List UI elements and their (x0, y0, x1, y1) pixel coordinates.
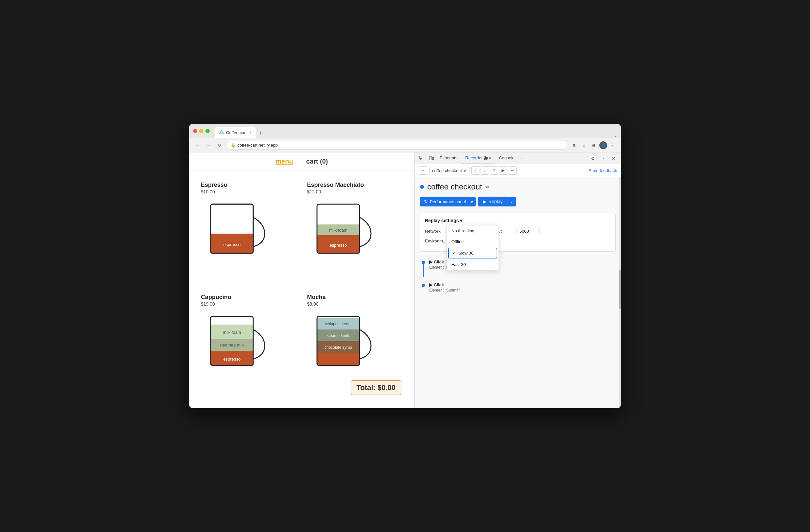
svg-marker-0 (220, 131, 224, 134)
svg-rect-30 (420, 156, 422, 158)
timeout-input[interactable] (517, 227, 539, 235)
select-dropdown-icon: ∨ (463, 168, 467, 173)
devtools-close-icon[interactable]: ✕ (609, 154, 618, 163)
chrome-menu-icon[interactable]: ⋮ (609, 141, 617, 149)
bookmark-icon[interactable]: ☆ (580, 141, 588, 149)
profile-icon[interactable]: 👤 (599, 141, 607, 149)
espresso-name: Espresso (201, 181, 297, 189)
replay-settings-section: Replay settings ▾ Network Slow 3G ▲ Time… (420, 213, 616, 252)
devtools-tabs: Elements Recorder 🎥 × Console » ⚙ ⋮ ✕ (415, 152, 621, 164)
replay-button-main[interactable]: ▶ Replay (478, 197, 507, 207)
mocha-item[interactable]: Mocha $8.00 chocolate syrup steamed milk (302, 290, 408, 402)
minimize-traffic-light[interactable] (199, 129, 204, 133)
traffic-lights (193, 129, 210, 133)
play-button[interactable]: ▶ (499, 166, 507, 175)
replay-button[interactable]: ↩ (508, 166, 517, 175)
back-button[interactable]: ← (193, 141, 201, 149)
recorder-content-wrapper: coffee checkout ✏ ↻ Performance panel ∨ (415, 177, 621, 408)
performance-panel-button[interactable]: ↻ Performance panel (420, 197, 470, 207)
url-bar[interactable]: 🔒 coffee-cart.netlify.app (226, 141, 567, 149)
svg-text:steamed milk: steamed milk (220, 342, 245, 348)
step-arrow-icon-1: ▶ (429, 259, 433, 264)
devtools-scroll-thumb[interactable] (619, 270, 621, 309)
replay-dropdown-button[interactable]: ∨ (507, 197, 516, 207)
step-click-submit: ▶ Click Element "Submit" ⋮ (420, 280, 616, 295)
menu-nav-item[interactable]: menu (275, 158, 293, 165)
cappucino-item[interactable]: Cappucino $19.00 espresso steamed milk (196, 290, 302, 402)
step-kebab-1[interactable]: ⋮ (611, 259, 616, 266)
espresso-item[interactable]: Espresso $10.00 espresso espresso (196, 178, 302, 290)
recorder-badge-icon: 🎥 (484, 156, 488, 160)
delete-button[interactable]: 🗑 (490, 166, 498, 175)
tabs-bar: Coffee cart × + ∨ (215, 124, 617, 138)
espresso-cup: espresso espresso (201, 198, 266, 263)
recording-title-row: coffee checkout ✏ (420, 182, 616, 191)
performance-panel-dropdown[interactable]: ∨ (468, 197, 476, 207)
step-arrow-icon-2: ▶ (429, 283, 433, 287)
browser-window: Coffee cart × + ∨ ← → ↻ 🔒 coffee-cart.ne… (189, 124, 621, 408)
close-traffic-light[interactable] (193, 129, 197, 133)
tab-menu-button[interactable]: ∨ (614, 133, 617, 138)
mocha-price: $8.00 (307, 301, 403, 307)
cart-nav-item[interactable]: cart (0) (306, 158, 328, 165)
share-icon[interactable]: ⬆ (570, 141, 578, 149)
recording-edit-icon[interactable]: ✏ (485, 184, 490, 190)
download-button[interactable]: ↓ (481, 166, 489, 175)
action-buttons-row: ↻ Performance panel ∨ ▶ Replay ∨ (420, 197, 616, 207)
add-recording-button[interactable]: + (419, 166, 427, 175)
send-feedback-link[interactable]: Send feedback (588, 168, 617, 173)
devtools-scrollbar[interactable] (619, 177, 621, 408)
recorder-tab-close[interactable]: × (489, 156, 491, 160)
perf-icon: ↻ (424, 199, 428, 204)
cappucino-price: $19.00 (201, 301, 297, 307)
url-text: coffee-cart.netlify.app (238, 143, 278, 148)
step-detail-2: Element "Submit" (429, 288, 608, 292)
settings-arrow-icon: ▾ (460, 218, 462, 223)
active-tab[interactable]: Coffee cart × (215, 127, 256, 138)
main-area: menu cart (0) Espresso $10.00 espress (189, 152, 621, 408)
step-connector-2 (420, 283, 426, 287)
step-kebab-2[interactable]: ⋮ (611, 283, 616, 289)
svg-text:whipped cream: whipped cream (325, 322, 351, 326)
devtools-settings-icon[interactable]: ⚙ (588, 154, 597, 163)
tab-close-button[interactable]: × (249, 130, 252, 135)
recorder-toolbar: + coffee checkout ∨ ↑ ↓ 🗑 ▶ ↩ Send feedb… (415, 164, 621, 177)
dropdown-no-throttling[interactable]: No throttling (447, 225, 499, 236)
address-bar: ← → ↻ 🔒 coffee-cart.netlify.app ⬆ ☆ ⊕ 👤 … (189, 138, 621, 152)
forward-button[interactable]: → (204, 141, 213, 149)
mocha-cup: chocolate syrup steamed milk whipped cre… (307, 310, 373, 375)
new-tab-button[interactable]: + (256, 129, 265, 138)
elements-tab[interactable]: Elements (436, 152, 461, 164)
coffee-nav: menu cart (0) (189, 152, 415, 171)
coffee-grid: Espresso $10.00 espresso espresso (189, 171, 415, 408)
svg-rect-22 (317, 353, 359, 366)
dropdown-fast-3g[interactable]: Fast 3G (447, 259, 499, 270)
inspect-element-icon[interactable] (418, 154, 426, 163)
espresso-macchiato-item[interactable]: Espresso Macchiato $12.00 espresso milk … (302, 178, 408, 290)
more-tabs-button[interactable]: » (519, 156, 524, 160)
step-content-2: ▶ Click Element "Submit" (429, 283, 608, 292)
step-type-2: ▶ Click (429, 283, 608, 287)
tab-title: Coffee cart (226, 130, 247, 135)
upload-button[interactable]: ↑ (471, 166, 480, 175)
mocha-name: Mocha (307, 294, 403, 301)
device-toolbar-icon[interactable] (426, 154, 436, 163)
espresso-price: $10.00 (201, 189, 297, 194)
recording-select[interactable]: coffee checkout ∨ (429, 167, 469, 174)
svg-text:espresso: espresso (224, 242, 241, 247)
reload-button[interactable]: ↻ (215, 141, 224, 149)
svg-text:milk foam: milk foam (329, 228, 347, 232)
console-tab[interactable]: Console (495, 152, 519, 164)
svg-rect-32 (429, 157, 432, 160)
chrome-titlebar: Coffee cart × + ∨ (189, 124, 621, 138)
fullscreen-traffic-light[interactable] (206, 129, 210, 133)
coffee-page: menu cart (0) Espresso $10.00 espress (189, 152, 415, 408)
cappucino-cup: espresso steamed milk milk foam (201, 310, 266, 375)
svg-text:espresso: espresso (329, 243, 347, 248)
dropdown-slow-3g[interactable]: ✓ Slow 3G (448, 248, 497, 258)
lock-icon: 🔒 (231, 143, 236, 148)
recorder-tab[interactable]: Recorder 🎥 × (461, 152, 495, 164)
extensions-icon[interactable]: ⊕ (589, 141, 598, 149)
devtools-kebab-icon[interactable]: ⋮ (599, 154, 608, 163)
dropdown-offline[interactable]: Offline (447, 236, 499, 247)
